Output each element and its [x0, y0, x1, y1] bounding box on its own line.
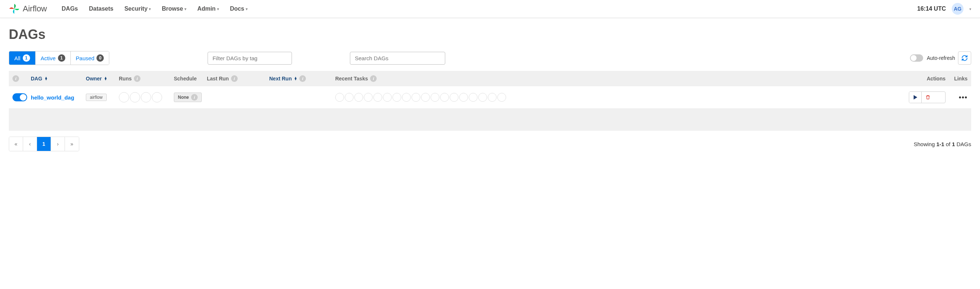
filter-active-count: 1 [58, 54, 65, 62]
caret-down-icon: ▾ [217, 7, 219, 11]
info-icon: i [191, 94, 198, 101]
nav-items: DAGs Datasets Security▾ Browse▾ Admin▾ D… [62, 5, 917, 12]
col-last-run[interactable]: Last Runi [207, 75, 269, 82]
user-menu-caret-icon[interactable]: ▾ [969, 7, 971, 11]
task-circle [393, 93, 401, 102]
dag-pause-toggle[interactable] [13, 93, 27, 101]
trash-icon [925, 95, 931, 100]
col-owner[interactable]: Owner▲▼ [86, 76, 119, 81]
page-title: DAGs [9, 27, 971, 42]
caret-down-icon: ▾ [246, 7, 248, 11]
page-prev[interactable]: ‹ [23, 137, 37, 151]
refresh-icon [961, 55, 968, 61]
task-circle [431, 93, 439, 102]
table-spacer [9, 109, 971, 131]
owner-tag[interactable]: airflow [86, 94, 107, 101]
caret-down-icon: ▾ [149, 7, 151, 11]
auto-refresh-group: Auto-refresh [910, 54, 955, 62]
toolbar: All 1 Active 1 Paused 0 Auto-refresh [9, 51, 971, 65]
task-circle [364, 93, 372, 102]
info-icon[interactable]: i [134, 75, 140, 82]
task-circle [383, 93, 392, 102]
clock: 16:14 UTC [917, 5, 946, 12]
dag-name-link[interactable]: hello_world_dag [31, 94, 74, 101]
col-dag[interactable]: DAG▲▼ [31, 76, 86, 81]
task-circle [459, 93, 468, 102]
table-footer: « ‹ 1 › » Showing 1-1 of 1 DAGs [9, 131, 971, 157]
nav-right: 16:14 UTC AG ▾ [917, 3, 971, 15]
nav-dags[interactable]: DAGs [62, 5, 78, 12]
task-circle [478, 93, 487, 102]
trigger-dag-button[interactable] [909, 92, 922, 103]
nav-security[interactable]: Security▾ [124, 5, 151, 12]
pagination: « ‹ 1 › » [9, 137, 79, 151]
col-schedule: Schedule [174, 76, 207, 81]
page-last[interactable]: » [65, 137, 79, 151]
task-circle [497, 93, 506, 102]
filter-paused[interactable]: Paused 0 [71, 51, 109, 65]
task-circle [488, 93, 496, 102]
airflow-pinwheel-icon [9, 3, 20, 14]
showing-summary: Showing 1-1 of 1 DAGs [914, 141, 971, 147]
task-circle [402, 93, 411, 102]
recent-tasks-indicator[interactable] [335, 93, 506, 102]
task-circle [421, 93, 430, 102]
info-icon[interactable]: i [299, 75, 306, 82]
dag-table: i DAG▲▼ Owner▲▼ Runsi Schedule Last Runi… [9, 71, 971, 131]
col-actions: Actions [909, 76, 945, 81]
task-circle [354, 93, 363, 102]
navbar: Airflow DAGs Datasets Security▾ Browse▾ … [0, 0, 980, 18]
filter-tabs: All 1 Active 1 Paused 0 [9, 51, 109, 65]
sort-icon: ▲▼ [104, 77, 107, 80]
more-links-icon[interactable]: ••• [959, 93, 967, 101]
nav-browse[interactable]: Browse▾ [162, 5, 186, 12]
page-next[interactable]: › [51, 137, 65, 151]
nav-datasets[interactable]: Datasets [89, 5, 113, 12]
page-current[interactable]: 1 [37, 137, 51, 151]
filter-all[interactable]: All 1 [9, 51, 36, 65]
play-icon [913, 95, 918, 99]
brand-text: Airflow [23, 4, 47, 14]
run-circle [119, 92, 129, 102]
task-circle [345, 93, 353, 102]
auto-refresh-toggle[interactable] [910, 54, 923, 62]
task-circle [469, 93, 477, 102]
task-circle [412, 93, 420, 102]
filter-active[interactable]: Active 1 [36, 51, 71, 65]
info-icon[interactable]: i [370, 75, 377, 82]
col-links: Links [945, 76, 967, 81]
schedule-tag[interactable]: Nonei [174, 93, 202, 102]
avatar[interactable]: AG [952, 3, 964, 15]
table-row: hello_world_dag airflow Nonei [9, 86, 971, 109]
brand-logo[interactable]: Airflow [9, 3, 47, 14]
sort-icon: ▲▼ [294, 77, 297, 80]
info-icon[interactable]: i [13, 75, 19, 82]
col-runs: Runsi [119, 75, 174, 82]
run-circle [152, 92, 162, 102]
task-circle [440, 93, 449, 102]
auto-refresh-label: Auto-refresh [927, 55, 955, 61]
task-circle [335, 93, 344, 102]
runs-indicator[interactable] [119, 92, 162, 102]
refresh-button[interactable] [958, 51, 971, 65]
filter-tags-input[interactable] [208, 52, 292, 65]
filter-paused-count: 0 [97, 54, 104, 62]
run-circle [130, 92, 140, 102]
filter-all-count: 1 [23, 54, 30, 62]
task-circle [373, 93, 382, 102]
nav-docs[interactable]: Docs▾ [230, 5, 248, 12]
page-first[interactable]: « [9, 137, 23, 151]
sort-icon: ▲▼ [45, 77, 48, 80]
delete-dag-button[interactable] [922, 92, 934, 103]
caret-down-icon: ▾ [185, 7, 186, 11]
table-header: i DAG▲▼ Owner▲▼ Runsi Schedule Last Runi… [9, 71, 971, 86]
task-circle [450, 93, 458, 102]
search-dags-input[interactable] [350, 52, 445, 65]
nav-admin[interactable]: Admin▾ [197, 5, 219, 12]
run-circle [141, 92, 151, 102]
action-buttons [909, 91, 945, 103]
col-next-run[interactable]: Next Run▲▼i [269, 75, 335, 82]
col-recent-tasks: Recent Tasksi [335, 75, 909, 82]
info-icon[interactable]: i [231, 75, 238, 82]
